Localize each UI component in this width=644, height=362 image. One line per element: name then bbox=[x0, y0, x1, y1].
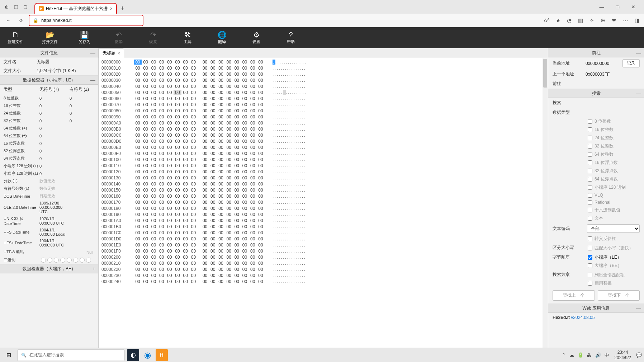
addon-icon[interactable]: ⊕ bbox=[601, 17, 605, 24]
hex-byte[interactable]: 00 bbox=[150, 188, 157, 193]
hex-byte[interactable]: 00 bbox=[209, 84, 217, 89]
hex-row[interactable]: 0000004000000000000000000000000000000000… bbox=[101, 83, 545, 89]
hex-byte[interactable]: 00 bbox=[257, 84, 265, 89]
hex-byte[interactable]: 00 bbox=[174, 218, 181, 223]
hex-byte[interactable]: 00 bbox=[142, 157, 150, 162]
hex-byte[interactable]: 00 bbox=[158, 127, 166, 132]
ascii[interactable]: ................ bbox=[273, 261, 306, 266]
datatype-checkbox[interactable]: VLQ bbox=[548, 192, 644, 199]
hex-byte[interactable]: 00 bbox=[217, 182, 225, 187]
ascii[interactable]: ................ bbox=[273, 163, 306, 168]
hex-byte[interactable]: 00 bbox=[209, 261, 217, 266]
hex-byte[interactable]: 00 bbox=[166, 267, 174, 272]
hex-byte[interactable]: 00 bbox=[209, 139, 217, 144]
hex-byte[interactable]: 00 bbox=[150, 212, 157, 217]
hex-byte[interactable]: 00 bbox=[249, 212, 257, 217]
hex-byte[interactable]: 00 bbox=[217, 133, 225, 138]
hex-byte[interactable]: 00 bbox=[225, 114, 233, 119]
hex-byte[interactable]: 00 bbox=[158, 206, 166, 211]
hex-byte[interactable]: 00 bbox=[134, 96, 142, 101]
hex-byte[interactable]: 00 bbox=[134, 236, 142, 241]
hex-byte[interactable]: 00 bbox=[189, 267, 197, 272]
hex-byte[interactable]: 00 bbox=[181, 206, 189, 211]
hex-byte[interactable]: 00 bbox=[257, 200, 265, 205]
hex-byte[interactable]: 00 bbox=[217, 60, 225, 65]
hex-byte[interactable]: 00 bbox=[158, 255, 166, 260]
hex-byte[interactable]: 00 bbox=[166, 121, 174, 126]
hex-byte[interactable]: 00 bbox=[189, 114, 197, 119]
hex-byte[interactable]: 00 bbox=[158, 163, 166, 168]
hex-byte[interactable]: 00 bbox=[225, 273, 233, 278]
be-checkbox[interactable]: 大端序（BE） bbox=[548, 262, 644, 270]
hex-byte[interactable]: 00 bbox=[217, 151, 225, 156]
hex-byte[interactable]: 00 bbox=[158, 169, 166, 174]
hex-byte[interactable]: 00 bbox=[249, 151, 257, 156]
hex-byte[interactable]: 00 bbox=[158, 212, 166, 217]
hex-byte[interactable]: 00 bbox=[134, 90, 142, 95]
hex-byte[interactable]: 00 bbox=[189, 139, 197, 144]
hex-byte[interactable]: 00 bbox=[209, 157, 217, 162]
hex-byte[interactable]: 00 bbox=[174, 230, 181, 235]
hex-byte[interactable]: 00 bbox=[181, 121, 189, 126]
hex-row[interactable]: 0000010000000000000000000000000000000000… bbox=[101, 156, 545, 163]
hex-byte[interactable]: 00 bbox=[233, 267, 241, 272]
hex-byte[interactable]: 00 bbox=[134, 267, 142, 272]
hex-byte[interactable]: 00 bbox=[209, 212, 217, 217]
hex-byte[interactable]: 00 bbox=[241, 72, 248, 77]
bit-circle[interactable] bbox=[41, 258, 46, 263]
hex-byte[interactable]: 00 bbox=[233, 90, 241, 95]
hex-byte[interactable]: 00 bbox=[158, 261, 166, 266]
hex-byte[interactable]: 00 bbox=[209, 114, 217, 119]
hex-byte[interactable]: 00 bbox=[134, 261, 142, 266]
hex-byte[interactable]: 00 bbox=[201, 182, 209, 187]
hex-byte[interactable]: 00 bbox=[150, 151, 157, 156]
hex-byte[interactable]: 00 bbox=[158, 157, 166, 162]
hex-row[interactable]: 0000016000000000000000000000000000000000… bbox=[101, 193, 545, 199]
hex-byte[interactable]: 00 bbox=[257, 163, 265, 168]
hex-byte[interactable]: 00 bbox=[150, 145, 157, 150]
hex-byte[interactable]: 00 bbox=[181, 182, 189, 187]
hex-byte[interactable]: 00 bbox=[158, 230, 166, 235]
hex-byte[interactable]: 00 bbox=[241, 243, 248, 248]
hex-byte[interactable]: 00 bbox=[174, 157, 181, 162]
hex-row[interactable]: 000001E000000000000000000000000000000000… bbox=[101, 242, 545, 248]
datatype-checkbox[interactable]: 文本 bbox=[548, 214, 644, 222]
hex-byte[interactable]: 00 bbox=[174, 60, 181, 65]
hex-byte[interactable]: 00 bbox=[166, 96, 174, 101]
hex-byte[interactable]: 00 bbox=[217, 279, 225, 284]
hex-row[interactable]: 000000E000000000000000000000000000000000… bbox=[101, 144, 545, 150]
datatype-checkbox[interactable]: 24 位整数 bbox=[548, 134, 644, 142]
hex-byte[interactable]: 00 bbox=[166, 114, 174, 119]
hex-byte[interactable]: 00 bbox=[142, 236, 150, 241]
hexed-icon[interactable]: H bbox=[156, 349, 168, 361]
hex-byte[interactable]: 00 bbox=[189, 133, 197, 138]
hex-byte[interactable]: 00 bbox=[142, 145, 150, 150]
hex-byte[interactable]: 00 bbox=[233, 182, 241, 187]
ascii[interactable]: ................ bbox=[273, 273, 306, 278]
sidebar-icon[interactable]: ▥ bbox=[578, 17, 583, 24]
hex-byte[interactable]: 00 bbox=[225, 60, 233, 65]
hex-byte[interactable]: 00 bbox=[249, 96, 257, 101]
hex-byte[interactable]: 00 bbox=[134, 66, 142, 71]
hex-byte[interactable]: 00 bbox=[257, 72, 265, 77]
tray-chevron-icon[interactable]: ⌃ bbox=[562, 352, 566, 358]
collapse-icon[interactable]: — bbox=[636, 305, 641, 311]
ascii[interactable]: ................ bbox=[273, 182, 306, 187]
hex-byte[interactable]: 00 bbox=[257, 102, 265, 107]
hex-byte[interactable]: 00 bbox=[233, 96, 241, 101]
inspector-be-header[interactable]: 数据检查器（大端序，BE） + bbox=[0, 264, 98, 273]
hex-byte[interactable]: 00 bbox=[181, 127, 189, 132]
hex-byte[interactable]: 00 bbox=[217, 145, 225, 150]
hex-byte[interactable]: 00 bbox=[189, 121, 197, 126]
hex-byte[interactable]: 00 bbox=[189, 261, 197, 266]
datatype-checkbox[interactable]: 小端序 128 进制 bbox=[548, 183, 644, 192]
hex-byte[interactable]: 00 bbox=[217, 96, 225, 101]
hex-byte[interactable]: 00 bbox=[217, 175, 225, 180]
hex-byte[interactable]: 00 bbox=[249, 157, 257, 162]
hex-byte[interactable]: 00 bbox=[142, 139, 150, 144]
hex-byte[interactable]: 00 bbox=[225, 169, 233, 174]
hex-byte[interactable]: 00 bbox=[217, 267, 225, 272]
hex-byte[interactable]: 00 bbox=[241, 78, 248, 83]
hex-byte[interactable]: 00 bbox=[158, 90, 166, 95]
hex-byte[interactable]: 00 bbox=[233, 145, 241, 150]
